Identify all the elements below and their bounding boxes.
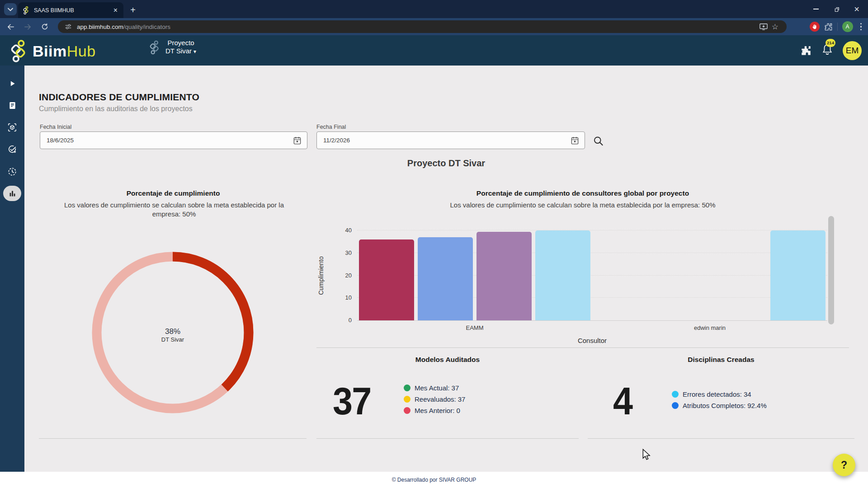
modelos-card-divider (316, 438, 579, 439)
user-avatar[interactable]: EM (843, 41, 862, 60)
legend-item: Errores detectados:34 (672, 390, 767, 398)
app-navbar (0, 35, 868, 66)
bar-1-series-1[interactable] (359, 239, 414, 320)
search-button[interactable] (591, 134, 605, 148)
chevron-down-icon: ▾ (193, 48, 196, 55)
browser-tab[interactable]: SAAS BIIMHUB × (18, 2, 123, 18)
calendar-icon (293, 136, 302, 145)
brand-wordmark: BiimHub (33, 42, 96, 60)
chart-scrollbar-thumb[interactable] (828, 216, 834, 324)
y-tick-label: 30 (334, 249, 352, 256)
adblock-extension-icon[interactable] (810, 22, 820, 32)
reload-icon (41, 23, 49, 31)
back-arrow-icon (6, 23, 15, 31)
project-name: DT Sivar (165, 47, 192, 55)
sidebar-item-documents[interactable] (3, 98, 21, 113)
url-bar[interactable]: app.biimhub.com/quality/indicators ☆ (58, 20, 787, 33)
disciplinas-total: 4 (613, 379, 632, 423)
hand-icon (812, 24, 817, 29)
end-date-calendar-button[interactable] (570, 135, 580, 146)
bar-chart-subtitle: Los valores de cumplimiento se calculan … (316, 201, 849, 210)
start-date-calendar-button[interactable] (292, 135, 302, 146)
legend-item: Atributos Completos:92.4% (672, 402, 767, 409)
cyan-dot-icon (672, 391, 679, 398)
y-tick-label: 10 (334, 294, 352, 301)
sidebar-item-start[interactable] (3, 76, 21, 91)
reload-button[interactable] (38, 20, 52, 33)
donut-project-label: DT Sivar (127, 336, 218, 343)
chart-scrollbar (828, 216, 834, 348)
gridline (357, 230, 827, 230)
biimhub-logo[interactable]: BiimHub (10, 40, 96, 62)
browser-menu-button[interactable] (858, 23, 865, 31)
forward-button[interactable] (21, 20, 34, 33)
bar-chart-icon (9, 190, 16, 197)
legend-item: Reevaluados:37 (404, 395, 465, 403)
sidebar-item-audits[interactable] (3, 142, 21, 157)
modelos-legend: Mes Actual:37 Reevaluados:37 Mes Anterio… (404, 384, 465, 418)
x-category-label: edwin marin (694, 324, 726, 331)
notification-badge: 214 (826, 39, 835, 47)
bar-chart-title: Porcentaje de cumplimiento de consultore… (316, 189, 849, 197)
donut-percentage: 38% (127, 327, 218, 336)
tab-search-button[interactable] (4, 3, 17, 15)
app-extensions-icon[interactable] (800, 45, 812, 56)
y-tick-label: 0 (334, 317, 352, 324)
disciplinas-card-divider (588, 438, 854, 439)
sidebar-item-models[interactable] (3, 120, 21, 135)
end-date-input[interactable] (316, 131, 585, 149)
bar-1-series-2[interactable] (418, 237, 473, 320)
y-axis-title: Cumplimiento (316, 226, 326, 325)
help-button[interactable]: ? (833, 454, 855, 476)
forward-arrow-icon (24, 23, 32, 31)
new-tab-button[interactable]: + (127, 4, 139, 16)
tab-close-button[interactable]: × (112, 7, 119, 14)
history-clock-icon (8, 167, 17, 176)
start-date-label: Fecha Inicial (40, 124, 71, 130)
check-circle-plus-icon (8, 145, 17, 154)
bar-1-series-3[interactable] (476, 232, 532, 321)
red-dot-icon (404, 407, 410, 414)
x-axis-title: Consultor (578, 337, 607, 344)
restore-icon (833, 6, 840, 12)
calendar-icon (571, 136, 579, 145)
modelos-total: 37 (333, 379, 371, 423)
search-icon (593, 136, 604, 147)
browser-profile-avatar[interactable]: A (842, 21, 853, 32)
biimhub-logo-icon (10, 40, 29, 62)
window-close-button[interactable]: × (847, 0, 867, 18)
url-host: app.biimhub.com (77, 23, 123, 30)
page-subtitle: Cumplimiento en las auditorias de los pr… (39, 105, 193, 113)
green-dot-icon (404, 385, 410, 391)
brand-biim: Biim (33, 42, 67, 60)
extensions-puzzle-icon[interactable] (824, 23, 833, 31)
start-date-input[interactable] (40, 131, 307, 149)
window-restore-button[interactable] (826, 0, 846, 18)
tab-title: SAAS BIIMHUB (34, 7, 112, 14)
yellow-dot-icon (404, 396, 410, 403)
document-icon (8, 101, 17, 110)
donut-card-divider (39, 438, 307, 439)
window-minimize-button[interactable] (806, 0, 826, 18)
y-tick-label: 20 (334, 272, 352, 279)
minimize-icon (813, 9, 819, 9)
bar-plot-area (357, 230, 827, 321)
bookmark-star-icon[interactable]: ☆ (768, 22, 782, 32)
modelos-title: Modelos Auditados (316, 356, 579, 364)
project-logo-icon (149, 40, 161, 55)
donut-center-label: 38% DT Sivar (127, 327, 218, 343)
bar-2-series-4[interactable] (770, 230, 826, 320)
project-selector[interactable]: Proyecto DT Sivar▾ (149, 39, 196, 56)
disciplinas-title: Disciplinas Creadas (588, 356, 854, 364)
site-settings-icon (64, 23, 72, 31)
sidebar-item-indicators-active[interactable] (3, 186, 21, 201)
donut-chart-subtitle: Los valores de cumplimiento se calculan … (59, 201, 289, 219)
donut-chart-title: Porcentaje de cumplimiento (39, 189, 307, 197)
notifications-button[interactable]: 214 (822, 44, 833, 57)
project-heading: Proyecto DT Sivar (0, 158, 868, 169)
blue-dot-icon (672, 402, 679, 409)
bar-1-series-4[interactable] (535, 230, 590, 320)
chevron-down-icon (8, 8, 13, 11)
back-button[interactable] (4, 20, 17, 33)
install-app-icon[interactable] (759, 23, 768, 31)
